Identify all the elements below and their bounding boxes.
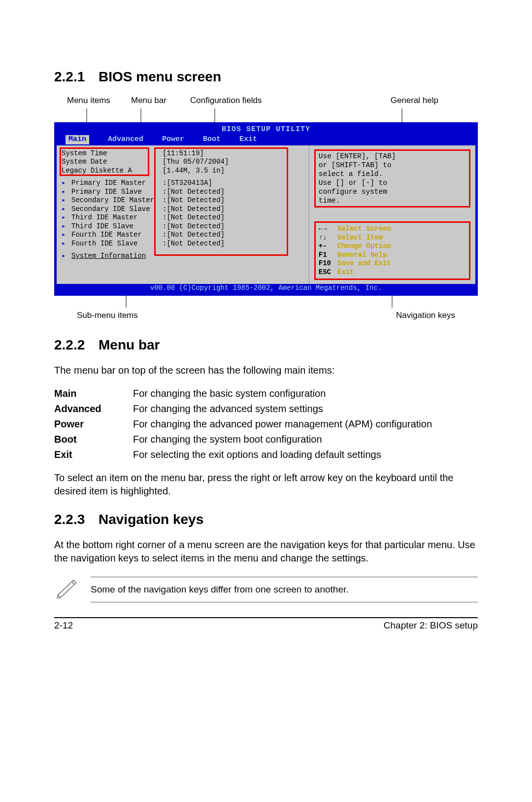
note-text: Some of the navigation keys differ from … — [91, 577, 478, 602]
bios-tab-advanced[interactable]: Advanced — [108, 135, 143, 144]
nav-key: ↑↓ — [319, 234, 337, 243]
page-footer: 2-12 Chapter 2: BIOS setup — [54, 617, 478, 631]
nav-key: F1 — [319, 251, 337, 260]
help-line: Use [] or [-] to — [319, 178, 466, 187]
label-config-fields: Configuration fields — [190, 96, 313, 105]
nav-key-action: Save and Exit — [337, 259, 391, 268]
help-line: or [SHIFT-TAB] to — [319, 161, 466, 170]
nav-key-row: +-Change Option — [319, 242, 466, 251]
triangle-icon: ▸ — [62, 213, 71, 222]
navkeys-para: At the bottom right corner of a menu scr… — [54, 538, 478, 565]
menubar-item-desc: For changing the advanced power manageme… — [133, 417, 478, 432]
leader-lines-bottom — [67, 296, 491, 308]
bios-left-pane: System Time[11:51:19] System Date[Thu 05… — [57, 145, 309, 284]
bios-copyright: v00.00 (C)Copyright 1985-2002, American … — [57, 284, 475, 293]
bios-submenu-label: Primary IDE Slave — [71, 188, 163, 197]
menubar-item-row: ExitFor selecting the exit options and l… — [54, 447, 478, 462]
help-line: select a field. — [319, 170, 466, 178]
nav-key-row: ↑↓Select Item — [319, 234, 466, 243]
menubar-outro: To select an item on the menu bar, press… — [54, 471, 478, 498]
label-submenu-items: Sub-menu items — [77, 311, 138, 320]
section-title: BIOS menu screen — [99, 69, 221, 84]
bios-system-information[interactable]: System Information — [71, 252, 146, 261]
page-number: 2-12 — [54, 620, 73, 631]
bios-submenu-label: Third IDE Master — [71, 213, 163, 222]
bios-submenu-label: Fourth IDE Slave — [71, 240, 163, 248]
triangle-icon: ▸ — [62, 179, 71, 188]
help-line: time. — [319, 196, 466, 205]
help-line: Use [ENTER], [TAB] — [319, 152, 466, 161]
nav-key: F10 — [319, 259, 337, 268]
menubar-item-name: Power — [54, 417, 133, 432]
bios-title: BIOS SETUP UTILITY — [57, 125, 475, 135]
bios-tab-power[interactable]: Power — [162, 135, 184, 144]
nav-key-row: ←→Select Screen — [319, 225, 466, 234]
section-heading-222: 2.2.2Menu bar — [54, 337, 478, 353]
bios-submenu-label: Fourth IDE Master — [71, 231, 163, 240]
bios-nav-keys-box: ←→Select Screen↑↓Select Item+-Change Opt… — [314, 221, 470, 280]
nav-key-row: F1General Help — [319, 251, 466, 260]
bios-menubar[interactable]: Main Advanced Power Boot Exit — [57, 135, 475, 145]
menubar-table: MainFor changing the basic system config… — [54, 386, 478, 462]
nav-key-action: Change Option — [337, 242, 391, 251]
nav-key: ←→ — [319, 225, 337, 234]
nav-key-action: Exit — [337, 268, 354, 277]
nav-key-row: F10Save and Exit — [319, 259, 466, 268]
nav-key-action: General Help — [337, 251, 387, 260]
menubar-item-name: Advanced — [54, 401, 133, 417]
bios-submenu-label: Secondary IDE Slave — [71, 205, 163, 214]
menubar-item-name: Main — [54, 386, 133, 401]
pencil-icon — [54, 577, 81, 600]
menubar-intro: The menu bar on top of the screen has th… — [54, 364, 478, 377]
bios-right-pane: Use [ENTER], [TAB] or [SHIFT-TAB] to sel… — [309, 145, 475, 284]
callout-box-menu-items — [60, 147, 149, 176]
nav-key-action: Select Item — [337, 234, 383, 243]
section-heading-221: 2.2.1BIOS menu screen — [54, 69, 478, 85]
chapter-label: Chapter 2: BIOS setup — [384, 620, 478, 631]
section-title: Navigation keys — [99, 512, 203, 527]
triangle-icon: ▸ — [62, 205, 71, 214]
label-navigation-keys: Navigation keys — [396, 311, 455, 320]
triangle-icon: ▸ — [62, 196, 71, 205]
section-title: Menu bar — [99, 337, 160, 352]
nav-key-row: ESCExit — [319, 268, 466, 277]
menubar-item-row: PowerFor changing the advanced power man… — [54, 417, 478, 432]
triangle-icon: ▸ — [62, 240, 71, 248]
menubar-item-desc: For changing the advanced system setting… — [133, 401, 478, 417]
label-menu-bar: Menu bar — [131, 96, 190, 105]
section-heading-223: 2.2.3Navigation keys — [54, 512, 478, 527]
bios-tab-boot[interactable]: Boot — [203, 135, 221, 144]
bios-help-box: Use [ENTER], [TAB] or [SHIFT-TAB] to sel… — [314, 149, 470, 208]
section-number: 2.2.2 — [54, 337, 99, 353]
bios-submenu-label: Third IDE Slave — [71, 222, 163, 231]
nav-key: ESC — [319, 268, 337, 277]
callout-box-config-fields — [154, 147, 288, 256]
note-block: Some of the navigation keys differ from … — [54, 577, 478, 602]
menubar-item-name: Exit — [54, 447, 133, 462]
diagram-top-labels: Menu items Menu bar Configuration fields… — [67, 96, 478, 105]
menubar-item-name: Boot — [54, 432, 133, 447]
menubar-item-row: MainFor changing the basic system config… — [54, 386, 478, 401]
menubar-item-desc: For changing the system boot configurati… — [133, 432, 478, 447]
menubar-item-desc: For selecting the exit options and loadi… — [133, 447, 478, 462]
help-line: configure system — [319, 187, 466, 196]
menubar-item-row: AdvancedFor changing the advanced system… — [54, 401, 478, 417]
bios-screenshot: BIOS SETUP UTILITY Main Advanced Power B… — [54, 122, 478, 296]
bios-submenu-label: Primary IDE Master — [71, 179, 163, 188]
triangle-icon: ▸ — [62, 188, 71, 197]
leader-lines-top — [67, 108, 491, 122]
diagram-bottom-labels: Sub-menu items Navigation keys — [77, 311, 455, 320]
bios-tab-main[interactable]: Main — [66, 135, 89, 144]
section-number: 2.2.3 — [54, 512, 99, 527]
triangle-icon: ▸ — [62, 252, 71, 261]
bios-tab-exit[interactable]: Exit — [239, 135, 257, 144]
label-general-help: General help — [313, 96, 478, 105]
nav-key-action: Select Screen — [337, 225, 391, 234]
menubar-item-desc: For changing the basic system configurat… — [133, 386, 478, 401]
bios-submenu-label: Secondary IDE Master — [71, 196, 163, 205]
nav-key: +- — [319, 242, 337, 251]
label-menu-items: Menu items — [67, 96, 131, 105]
section-number: 2.2.1 — [54, 69, 99, 85]
menubar-item-row: BootFor changing the system boot configu… — [54, 432, 478, 447]
triangle-icon: ▸ — [62, 222, 71, 231]
